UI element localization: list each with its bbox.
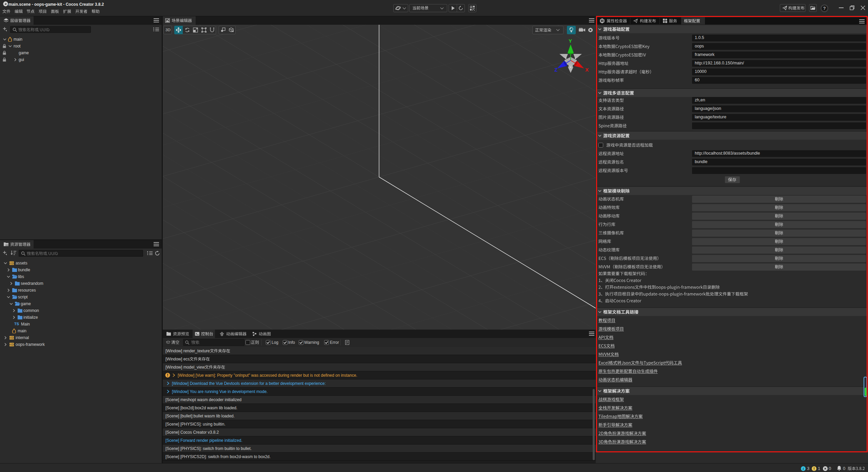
svg-text:X: X: [585, 67, 589, 73]
svg-text:Y: Y: [569, 38, 572, 44]
svg-text:Z: Z: [554, 67, 557, 73]
svg-text:?: ?: [823, 6, 826, 11]
